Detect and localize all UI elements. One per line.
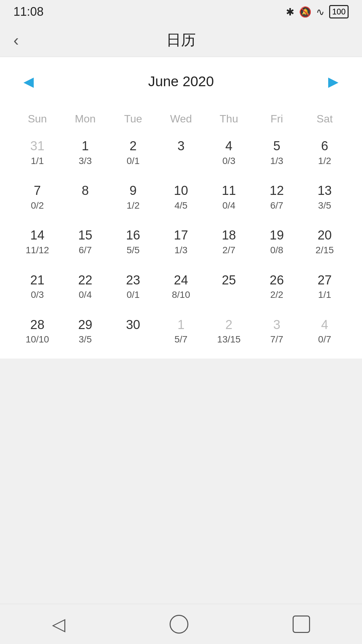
cell-sub: 0/4 xyxy=(79,289,92,301)
calendar-cell[interactable]: 133/5 xyxy=(301,180,349,214)
calendar-cell[interactable]: 213/15 xyxy=(205,314,253,348)
calendar-cell[interactable]: 311/1 xyxy=(13,135,61,170)
cell-date: 13 xyxy=(317,183,331,199)
cell-sub: 3/5 xyxy=(318,200,331,211)
cell-date: 7 xyxy=(34,183,41,199)
cell-date: 1 xyxy=(177,317,184,333)
day-header-thu: Thu xyxy=(205,109,253,128)
cell-date: 22 xyxy=(78,273,92,288)
next-month-button[interactable]: ▶ xyxy=(321,70,345,93)
cell-date: 20 xyxy=(317,228,331,243)
cell-date: 19 xyxy=(270,228,284,243)
calendar-cell[interactable]: 110/4 xyxy=(205,180,253,214)
cell-sub: 1/1 xyxy=(318,289,331,301)
calendar-cell[interactable]: 104/5 xyxy=(157,180,205,214)
cell-date: 2 xyxy=(130,139,137,154)
home-nav-button[interactable] xyxy=(170,615,188,634)
cell-date: 26 xyxy=(270,273,284,288)
calendar-cell[interactable]: 126/7 xyxy=(253,180,301,214)
cell-date: 16 xyxy=(126,228,140,243)
calendar-cell[interactable]: 2810/10 xyxy=(13,314,61,348)
cell-sub: 0/1 xyxy=(127,289,140,301)
bluetooth-icon: ✱ xyxy=(286,6,294,18)
cell-date: 9 xyxy=(130,183,137,199)
calendar-cell[interactable]: 248/10 xyxy=(157,269,205,304)
back-button[interactable]: ‹ xyxy=(13,31,19,49)
app-header: ‹ 日历 xyxy=(0,23,362,57)
calendar-cell[interactable]: 220/4 xyxy=(61,269,109,304)
day-headers: Sun Mon Tue Wed Thu Fri Sat xyxy=(13,109,349,128)
cell-sub: 5/5 xyxy=(127,245,140,256)
day-header-wed: Wed xyxy=(157,109,205,128)
cell-sub: 2/2 xyxy=(270,289,283,301)
cell-date: 2 xyxy=(225,317,232,333)
calendar-cell[interactable]: 182/7 xyxy=(205,224,253,259)
calendar-cell[interactable]: 61/2 xyxy=(301,135,349,170)
cell-date: 24 xyxy=(174,273,188,288)
cell-date: 4 xyxy=(321,317,328,333)
cell-date: 10 xyxy=(174,183,188,199)
calendar-cell[interactable]: 37/7 xyxy=(253,314,301,348)
cell-sub: 2/15 xyxy=(315,245,334,256)
cell-date: 14 xyxy=(30,228,44,243)
cell-sub: 3/3 xyxy=(79,155,92,167)
calendar-cell[interactable]: 190/8 xyxy=(253,224,301,259)
calendar-cell[interactable]: 8 xyxy=(61,180,109,214)
cell-date: 5 xyxy=(273,139,280,154)
back-nav-button[interactable]: ◁ xyxy=(52,614,65,634)
status-time: 11:08 xyxy=(13,5,44,19)
calendar-cell[interactable]: 15/7 xyxy=(157,314,205,348)
month-navigation: ◀ June 2020 ▶ xyxy=(13,67,349,96)
cell-date: 30 xyxy=(126,317,140,333)
cell-date: 23 xyxy=(126,273,140,288)
calendar-cell[interactable]: 30 xyxy=(109,314,157,348)
calendar-cell[interactable]: 70/2 xyxy=(13,180,61,214)
status-icons: ✱ 🔕 ∿ 100 xyxy=(286,5,349,18)
calendar-cell[interactable]: 230/1 xyxy=(109,269,157,304)
month-title: June 2020 xyxy=(148,73,214,90)
cell-sub: 0/7 xyxy=(318,334,331,345)
cell-date: 3 xyxy=(177,139,184,154)
calendar-cell[interactable]: 262/2 xyxy=(253,269,301,304)
cell-date: 31 xyxy=(30,139,44,154)
day-header-tue: Tue xyxy=(109,109,157,128)
calendar-cell[interactable]: 202/15 xyxy=(301,224,349,259)
calendar-cell[interactable]: 171/3 xyxy=(157,224,205,259)
calendar-cell[interactable]: 165/5 xyxy=(109,224,157,259)
calendar-cell[interactable]: 3 xyxy=(157,135,205,170)
calendar-cell[interactable]: 91/2 xyxy=(109,180,157,214)
day-header-sun: Sun xyxy=(13,109,61,128)
cell-date: 3 xyxy=(273,317,280,333)
calendar-cell[interactable]: 1411/12 xyxy=(13,224,61,259)
prev-month-button[interactable]: ◀ xyxy=(17,70,41,93)
calendar-cell[interactable]: 156/7 xyxy=(61,224,109,259)
recent-nav-button[interactable] xyxy=(293,615,310,633)
cell-date: 8 xyxy=(82,183,89,199)
calendar-cell[interactable]: 40/3 xyxy=(205,135,253,170)
calendar-grid: 311/113/320/1340/351/361/270/2891/2104/5… xyxy=(13,135,349,348)
page-title: 日历 xyxy=(166,30,196,50)
cell-sub: 0/3 xyxy=(222,155,235,167)
cell-date: 17 xyxy=(174,228,188,243)
calendar-cell[interactable]: 25 xyxy=(205,269,253,304)
calendar-cell[interactable]: 210/3 xyxy=(13,269,61,304)
cell-sub: 1/1 xyxy=(31,155,44,167)
calendar-cell[interactable]: 20/1 xyxy=(109,135,157,170)
calendar-cell[interactable]: 40/7 xyxy=(301,314,349,348)
calendar-cell[interactable]: 271/1 xyxy=(301,269,349,304)
cell-sub: 10/10 xyxy=(25,334,49,345)
cell-sub: 8/10 xyxy=(172,289,190,301)
cell-sub: 6/7 xyxy=(270,200,283,211)
calendar-cell[interactable]: 13/3 xyxy=(61,135,109,170)
cell-sub: 3/5 xyxy=(79,334,92,345)
cell-date: 6 xyxy=(321,139,328,154)
day-header-mon: Mon xyxy=(61,109,109,128)
cell-date: 28 xyxy=(30,317,44,333)
cell-date: 12 xyxy=(270,183,284,199)
cell-sub: 4/5 xyxy=(175,200,188,211)
calendar-cell[interactable]: 51/3 xyxy=(253,135,301,170)
day-header-sat: Sat xyxy=(301,109,349,128)
calendar-cell[interactable]: 293/5 xyxy=(61,314,109,348)
cell-sub: 6/7 xyxy=(79,245,92,256)
navigation-bar: ◁ xyxy=(0,604,362,644)
